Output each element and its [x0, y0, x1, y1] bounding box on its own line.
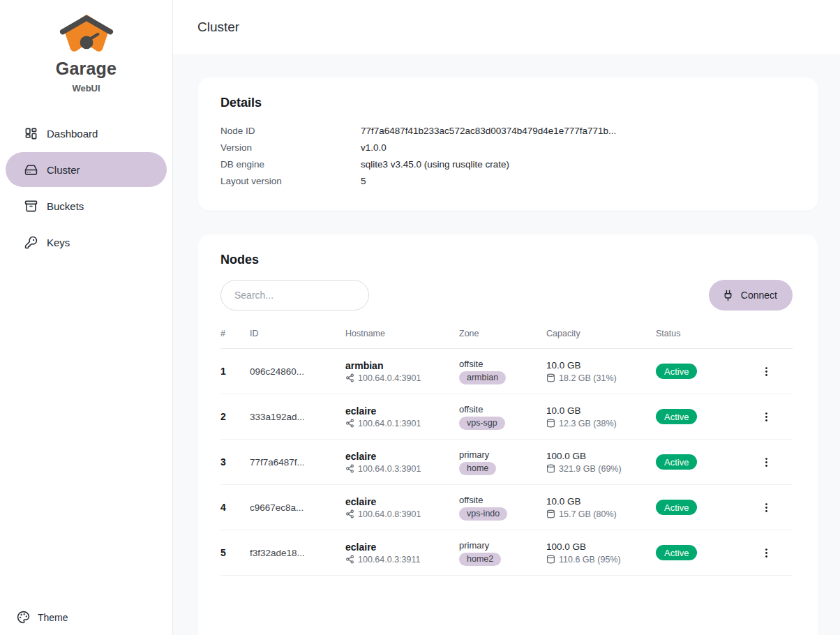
col-num: #	[220, 329, 250, 338]
table-row: 4 c9667ec8a... eclaire 100.64.0.8:3901 o…	[220, 485, 793, 530]
node-usage-row: 15.7 GB (80%)	[546, 509, 656, 519]
node-actions-cell	[747, 452, 793, 472]
node-capacity: 10.0 GB	[546, 496, 656, 507]
ellipsis-vertical-icon	[760, 547, 772, 559]
sidebar-item-buckets[interactable]: Buckets	[6, 188, 167, 223]
node-address-row: 100.64.0.3:3911	[345, 555, 459, 565]
table-header: # ID Hostname Zone Capacity Status	[220, 329, 793, 349]
zone-tag-badge: armbian	[459, 371, 506, 384]
node-actions-cell	[747, 407, 793, 427]
node-id: 77f7a6487f...	[250, 457, 345, 468]
node-usage-row: 321.9 GB (69%)	[546, 464, 656, 474]
node-status-cell: Active	[656, 500, 747, 515]
node-address-row: 100.64.0.1:3901	[345, 419, 459, 428]
row-menu-button[interactable]	[756, 543, 777, 563]
sidebar-item-label: Cluster	[47, 164, 80, 176]
node-status-cell: Active	[656, 454, 747, 470]
node-index: 4	[220, 502, 250, 513]
node-zone: offsite	[459, 495, 546, 505]
status-badge: Active	[656, 545, 697, 560]
node-usage: 18.2 GB (31%)	[559, 373, 617, 383]
status-badge: Active	[656, 500, 697, 515]
details-card: Details Node ID 77f7a6487f41b233ac572ac8…	[198, 77, 818, 211]
ellipsis-vertical-icon	[760, 502, 772, 514]
zone-tag-badge: home	[459, 462, 496, 475]
node-id: 096c24860...	[250, 366, 345, 377]
connect-button[interactable]: Connect	[709, 280, 793, 311]
node-zone-cell: offsite armbian	[459, 359, 546, 384]
sidebar-item-label: Buckets	[47, 200, 84, 212]
node-capacity-cell: 10.0 GB 18.2 GB (31%)	[546, 360, 656, 383]
node-address: 100.64.0.1:3901	[358, 419, 421, 428]
ellipsis-vertical-icon	[760, 411, 772, 423]
node-id: 333a192ad...	[250, 412, 345, 422]
table-row: 3 77f7a6487f... eclaire 100.64.0.3:3901 …	[220, 440, 793, 485]
node-usage-row: 110.6 GB (95%)	[546, 555, 656, 565]
nodes-title: Nodes	[220, 253, 793, 267]
theme-button[interactable]: Theme	[17, 611, 68, 624]
row-menu-button[interactable]	[756, 452, 777, 472]
row-menu-button[interactable]	[756, 407, 777, 427]
node-index: 2	[220, 411, 250, 422]
details-title: Details	[220, 96, 793, 110]
node-usage-row: 18.2 GB (31%)	[546, 373, 656, 383]
main-area: Cluster Details Node ID 77f7a6487f41b233…	[173, 0, 840, 635]
share-icon	[345, 373, 354, 382]
detail-label: Layout version	[220, 173, 361, 190]
node-capacity: 10.0 GB	[546, 360, 656, 371]
theme-button-label: Theme	[38, 612, 68, 623]
share-icon	[345, 509, 354, 518]
sidebar-item-keys[interactable]: Keys	[6, 225, 167, 260]
table-row: 1 096c24860... armbian 100.64.0.4:3901 o…	[220, 349, 793, 394]
node-capacity-cell: 100.0 GB 110.6 GB (95%)	[546, 541, 656, 565]
sidebar-item-cluster[interactable]: Cluster	[6, 152, 167, 187]
node-zone-cell: primary home2	[459, 540, 546, 566]
ellipsis-vertical-icon	[760, 366, 772, 378]
detail-row: Layout version 5	[220, 173, 793, 190]
node-status-cell: Active	[656, 409, 747, 424]
hard-drive-icon	[24, 163, 38, 177]
status-badge: Active	[656, 364, 697, 379]
node-host-cell: eclaire 100.64.0.1:3901	[345, 405, 459, 428]
row-menu-button[interactable]	[756, 498, 777, 518]
node-capacity-cell: 100.0 GB 321.9 GB (69%)	[546, 451, 656, 474]
node-capacity: 10.0 GB	[546, 405, 656, 416]
logo-block: Garage WebUI	[0, 0, 172, 94]
col-zone: Zone	[459, 329, 546, 338]
node-hostname: eclaire	[345, 541, 459, 553]
dashboard-icon	[24, 127, 38, 140]
detail-label: DB engine	[220, 156, 361, 173]
node-address: 100.64.0.8:3901	[358, 509, 421, 519]
col-capacity: Capacity	[546, 329, 656, 338]
database-icon	[546, 555, 555, 564]
detail-value: v1.0.0	[361, 140, 387, 156]
node-address: 100.64.0.4:3901	[358, 373, 421, 383]
node-address: 100.64.0.3:3901	[358, 464, 421, 474]
database-icon	[546, 464, 555, 473]
key-icon	[24, 236, 38, 249]
share-icon	[345, 419, 354, 428]
sidebar-item-label: Keys	[47, 237, 70, 248]
node-usage: 321.9 GB (69%)	[559, 464, 622, 474]
sidebar-item-dashboard[interactable]: Dashboard	[6, 116, 167, 151]
database-icon	[546, 419, 555, 428]
node-zone-cell: offsite vps-indo	[459, 495, 546, 521]
share-icon	[345, 464, 354, 473]
node-address-row: 100.64.0.8:3901	[345, 509, 459, 519]
row-menu-button[interactable]	[756, 361, 777, 382]
node-capacity-cell: 10.0 GB 15.7 GB (80%)	[546, 496, 656, 519]
search-input[interactable]	[220, 280, 369, 311]
node-capacity: 100.0 GB	[546, 451, 656, 461]
node-usage: 15.7 GB (80%)	[559, 509, 617, 519]
col-id: ID	[250, 329, 345, 338]
detail-row: Node ID 77f7a6487f41b233ac572ac83d00374b…	[220, 123, 793, 140]
topbar: Cluster	[173, 0, 840, 54]
node-hostname: eclaire	[345, 496, 459, 507]
node-host-cell: armbian 100.64.0.4:3901	[345, 360, 459, 383]
node-index: 1	[220, 366, 250, 377]
node-id: c9667ec8a...	[250, 502, 345, 513]
node-address: 100.64.0.3:3911	[358, 555, 420, 565]
sidebar-item-label: Dashboard	[47, 128, 98, 140]
detail-value: 5	[361, 173, 366, 190]
table-row: 2 333a192ad... eclaire 100.64.0.1:3901 o…	[220, 394, 793, 440]
